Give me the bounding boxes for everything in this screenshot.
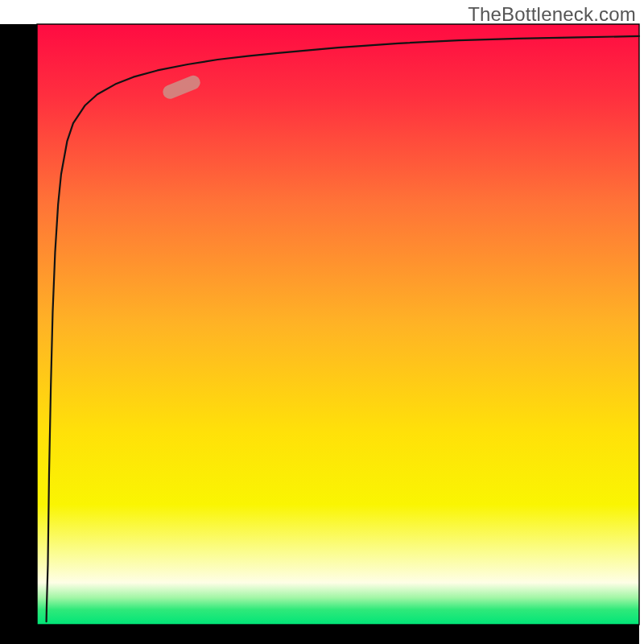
- watermark-label: TheBottleneck.com: [468, 3, 636, 26]
- bottleneck-chart: [0, 0, 644, 644]
- plot-background: [37, 24, 639, 625]
- x-axis-frame: [0, 625, 639, 644]
- y-axis-frame: [0, 24, 37, 644]
- chart-container: TheBottleneck.com: [0, 0, 644, 644]
